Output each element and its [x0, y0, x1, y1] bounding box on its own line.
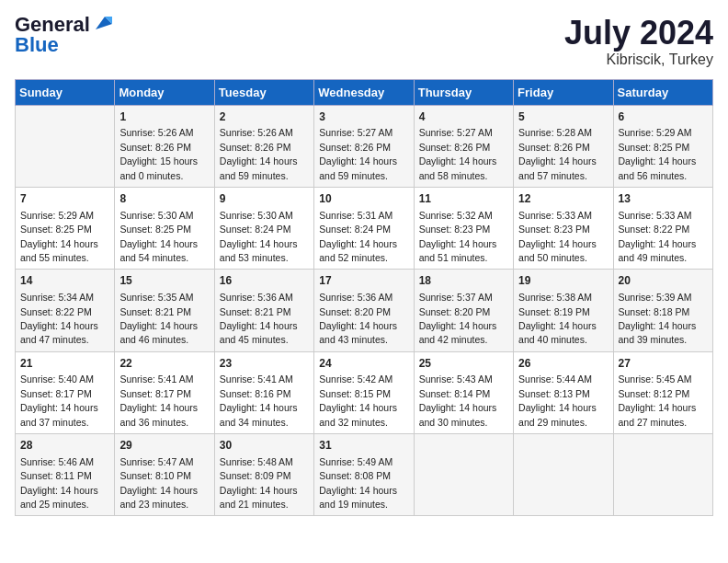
day-info: Sunrise: 5:44 AMSunset: 8:13 PMDaylight:…	[518, 373, 597, 427]
day-number: 2	[220, 109, 309, 125]
calendar-cell: 19Sunrise: 5:38 AMSunset: 8:19 PMDayligh…	[514, 270, 613, 351]
day-number: 18	[419, 273, 508, 289]
day-info: Sunrise: 5:36 AMSunset: 8:21 PMDaylight:…	[220, 292, 298, 345]
calendar-cell: 27Sunrise: 5:45 AMSunset: 8:12 PMDayligh…	[613, 351, 712, 433]
calendar-cell: 26Sunrise: 5:44 AMSunset: 8:13 PMDayligh…	[514, 351, 613, 433]
day-info: Sunrise: 5:47 AMSunset: 8:10 PMDaylight:…	[119, 456, 198, 510]
day-number: 14	[20, 273, 109, 289]
day-info: Sunrise: 5:34 AMSunset: 8:22 PMDaylight:…	[20, 292, 98, 345]
calendar-cell: 23Sunrise: 5:41 AMSunset: 8:16 PMDayligh…	[214, 351, 313, 433]
day-info: Sunrise: 5:42 AMSunset: 8:15 PMDaylight:…	[319, 373, 397, 427]
day-info: Sunrise: 5:29 AMSunset: 8:25 PMDaylight:…	[20, 210, 98, 263]
calendar-cell	[414, 434, 513, 516]
header-thursday: Thursday	[414, 79, 513, 105]
logo-general: General	[15, 15, 90, 35]
day-info: Sunrise: 5:29 AMSunset: 8:25 PMDaylight:…	[619, 127, 697, 180]
day-number: 8	[119, 191, 209, 207]
calendar-cell: 18Sunrise: 5:37 AMSunset: 8:20 PMDayligh…	[414, 270, 513, 351]
day-info: Sunrise: 5:41 AMSunset: 8:17 PMDaylight:…	[119, 373, 198, 427]
day-info: Sunrise: 5:28 AMSunset: 8:26 PMDaylight:…	[518, 127, 597, 180]
logo: General Blue	[15, 15, 112, 55]
day-number: 1	[119, 109, 209, 125]
day-number: 20	[619, 273, 708, 289]
month-title: July 2024	[564, 15, 713, 52]
header-tuesday: Tuesday	[214, 79, 313, 105]
calendar-cell: 11Sunrise: 5:32 AMSunset: 8:23 PMDayligh…	[414, 187, 513, 269]
calendar-cell: 29Sunrise: 5:47 AMSunset: 8:10 PMDayligh…	[115, 434, 214, 516]
day-info: Sunrise: 5:45 AMSunset: 8:12 PMDaylight:…	[619, 373, 697, 427]
day-number: 30	[220, 438, 309, 454]
calendar-week-row: 14Sunrise: 5:34 AMSunset: 8:22 PMDayligh…	[16, 270, 713, 351]
calendar-week-row: 1Sunrise: 5:26 AMSunset: 8:26 PMDaylight…	[16, 105, 713, 187]
day-info: Sunrise: 5:27 AMSunset: 8:26 PMDaylight:…	[319, 127, 397, 180]
day-info: Sunrise: 5:30 AMSunset: 8:25 PMDaylight:…	[119, 210, 198, 263]
calendar-cell: 9Sunrise: 5:30 AMSunset: 8:24 PMDaylight…	[214, 187, 313, 269]
day-info: Sunrise: 5:36 AMSunset: 8:20 PMDaylight:…	[319, 292, 397, 345]
day-info: Sunrise: 5:27 AMSunset: 8:26 PMDaylight:…	[419, 127, 497, 180]
calendar-cell: 16Sunrise: 5:36 AMSunset: 8:21 PMDayligh…	[214, 270, 313, 351]
calendar-cell: 1Sunrise: 5:26 AMSunset: 8:26 PMDaylight…	[115, 105, 214, 187]
day-number: 23	[220, 356, 309, 372]
location-subtitle: Kibriscik, Turkey	[564, 52, 713, 68]
day-number: 31	[319, 438, 408, 454]
day-info: Sunrise: 5:32 AMSunset: 8:23 PMDaylight:…	[419, 210, 497, 263]
calendar-week-row: 7Sunrise: 5:29 AMSunset: 8:25 PMDaylight…	[16, 187, 713, 269]
day-info: Sunrise: 5:35 AMSunset: 8:21 PMDaylight:…	[119, 292, 198, 345]
calendar-cell: 17Sunrise: 5:36 AMSunset: 8:20 PMDayligh…	[314, 270, 414, 351]
day-number: 27	[619, 356, 708, 372]
title-block: July 2024 Kibriscik, Turkey	[564, 15, 713, 68]
day-number: 16	[220, 273, 309, 289]
calendar-cell: 4Sunrise: 5:27 AMSunset: 8:26 PMDaylight…	[414, 105, 513, 187]
day-info: Sunrise: 5:48 AMSunset: 8:09 PMDaylight:…	[220, 456, 298, 510]
calendar-cell: 3Sunrise: 5:27 AMSunset: 8:26 PMDaylight…	[314, 105, 414, 187]
page-header: General Blue July 2024 Kibriscik, Turkey	[15, 15, 713, 68]
header-friday: Friday	[514, 79, 613, 105]
calendar-cell: 14Sunrise: 5:34 AMSunset: 8:22 PMDayligh…	[16, 270, 115, 351]
calendar-cell: 15Sunrise: 5:35 AMSunset: 8:21 PMDayligh…	[115, 270, 214, 351]
day-info: Sunrise: 5:30 AMSunset: 8:24 PMDaylight:…	[220, 210, 298, 263]
calendar-header-row: SundayMondayTuesdayWednesdayThursdayFrid…	[16, 79, 713, 105]
day-number: 15	[119, 273, 209, 289]
day-number: 29	[119, 438, 209, 454]
day-number: 11	[419, 191, 508, 207]
day-number: 25	[419, 356, 508, 372]
calendar-cell: 2Sunrise: 5:26 AMSunset: 8:26 PMDaylight…	[214, 105, 313, 187]
calendar-table: SundayMondayTuesdayWednesdayThursdayFrid…	[15, 79, 713, 517]
day-number: 7	[20, 191, 109, 207]
calendar-cell: 20Sunrise: 5:39 AMSunset: 8:18 PMDayligh…	[613, 270, 712, 351]
calendar-cell	[514, 434, 613, 516]
day-number: 9	[220, 191, 309, 207]
calendar-cell	[16, 105, 115, 187]
header-monday: Monday	[115, 79, 214, 105]
calendar-cell: 6Sunrise: 5:29 AMSunset: 8:25 PMDaylight…	[613, 105, 712, 187]
day-info: Sunrise: 5:41 AMSunset: 8:16 PMDaylight:…	[220, 373, 298, 427]
day-info: Sunrise: 5:39 AMSunset: 8:18 PMDaylight:…	[619, 292, 697, 345]
day-number: 21	[20, 356, 109, 372]
header-saturday: Saturday	[613, 79, 712, 105]
calendar-week-row: 28Sunrise: 5:46 AMSunset: 8:11 PMDayligh…	[16, 434, 713, 516]
day-info: Sunrise: 5:26 AMSunset: 8:26 PMDaylight:…	[220, 127, 298, 180]
day-info: Sunrise: 5:38 AMSunset: 8:19 PMDaylight:…	[518, 292, 597, 345]
day-info: Sunrise: 5:33 AMSunset: 8:22 PMDaylight:…	[619, 210, 697, 263]
day-info: Sunrise: 5:37 AMSunset: 8:20 PMDaylight:…	[419, 292, 497, 345]
calendar-cell: 12Sunrise: 5:33 AMSunset: 8:23 PMDayligh…	[514, 187, 613, 269]
day-number: 26	[518, 356, 608, 372]
calendar-cell: 8Sunrise: 5:30 AMSunset: 8:25 PMDaylight…	[115, 187, 214, 269]
day-info: Sunrise: 5:46 AMSunset: 8:11 PMDaylight:…	[20, 456, 98, 510]
calendar-cell: 21Sunrise: 5:40 AMSunset: 8:17 PMDayligh…	[16, 351, 115, 433]
calendar-cell: 7Sunrise: 5:29 AMSunset: 8:25 PMDaylight…	[16, 187, 115, 269]
day-info: Sunrise: 5:26 AMSunset: 8:26 PMDaylight:…	[119, 127, 198, 180]
day-number: 28	[20, 438, 109, 454]
day-number: 6	[619, 109, 708, 125]
day-info: Sunrise: 5:31 AMSunset: 8:24 PMDaylight:…	[319, 210, 397, 263]
day-info: Sunrise: 5:33 AMSunset: 8:23 PMDaylight:…	[518, 210, 597, 263]
day-number: 17	[319, 273, 408, 289]
calendar-cell: 24Sunrise: 5:42 AMSunset: 8:15 PMDayligh…	[314, 351, 414, 433]
day-info: Sunrise: 5:40 AMSunset: 8:17 PMDaylight:…	[20, 373, 98, 427]
day-number: 22	[119, 356, 209, 372]
day-number: 13	[619, 191, 708, 207]
day-info: Sunrise: 5:49 AMSunset: 8:08 PMDaylight:…	[319, 456, 397, 510]
calendar-cell: 30Sunrise: 5:48 AMSunset: 8:09 PMDayligh…	[214, 434, 313, 516]
day-number: 19	[518, 273, 608, 289]
calendar-cell: 5Sunrise: 5:28 AMSunset: 8:26 PMDaylight…	[514, 105, 613, 187]
